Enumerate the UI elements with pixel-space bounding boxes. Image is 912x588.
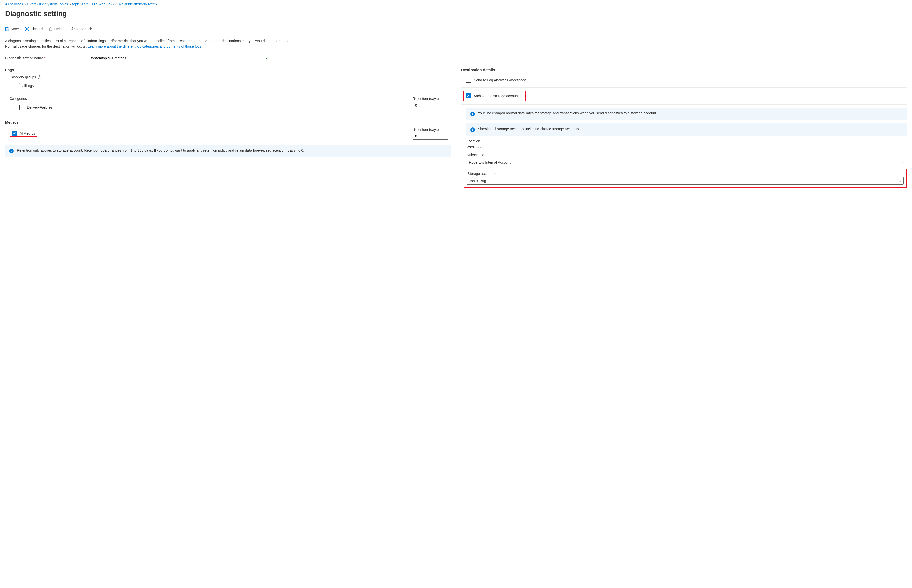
breadcrumb-event-grid[interactable]: Event Grid System Topics (27, 2, 68, 6)
more-menu-icon[interactable]: … (70, 11, 75, 16)
location-value: West US 2 (467, 145, 907, 149)
charge-info-box: i You'll be charged normal data rates fo… (466, 108, 907, 120)
log-analytics-label: Send to Log Analytics workspace (474, 78, 526, 82)
subscription-select[interactable]: Roberto's Internal Account ⌵ (466, 158, 907, 166)
metrics-retention-input[interactable] (413, 132, 449, 140)
metrics-retention-label: Retention (days) (413, 128, 449, 132)
breadcrumb-topic[interactable]: topic01stg-811a624a-8a77-437e-89de-dfeb5… (72, 2, 157, 6)
destination-section-title: Destination details (461, 68, 907, 72)
breadcrumb: All services › Event Grid System Topics … (5, 2, 907, 6)
storage-account-label: Storage account * (467, 171, 904, 176)
category-groups-label: Category groups i (10, 75, 451, 79)
save-icon (5, 27, 9, 31)
info-icon: i (9, 149, 14, 153)
chevron-right-icon: › (158, 2, 159, 6)
info-icon: i (470, 112, 475, 116)
logs-section-title: Logs (5, 68, 451, 72)
metrics-section-title: Metrics (5, 120, 451, 124)
close-icon (25, 27, 29, 31)
chevron-right-icon: › (70, 2, 71, 6)
trash-icon (49, 27, 53, 31)
chevron-down-icon: ⌵ (902, 160, 904, 164)
info-icon: i (470, 128, 475, 132)
setting-name-input[interactable]: ✓ (88, 54, 271, 62)
chevron-right-icon: › (25, 2, 26, 6)
info-icon[interactable]: i (38, 75, 41, 79)
learn-more-link[interactable]: Learn more about the different log categ… (88, 44, 201, 48)
subscription-label: Subscription (467, 153, 907, 157)
archive-storage-label: Archive to a storage account (473, 94, 518, 98)
svg-rect-1 (6, 27, 8, 29)
description-text: A diagnostic setting specifies a list of… (5, 39, 300, 49)
feedback-button[interactable]: Feedback (71, 26, 92, 32)
log-analytics-checkbox[interactable] (466, 78, 471, 83)
all-logs-checkbox[interactable] (15, 83, 20, 88)
discard-button[interactable]: Discard (25, 26, 42, 32)
logs-retention-input[interactable] (413, 102, 449, 109)
delivery-failures-checkbox[interactable] (19, 105, 24, 110)
archive-storage-checkbox[interactable] (466, 94, 471, 99)
retention-info-box: i Retention only applies to storage acco… (5, 145, 451, 157)
feedback-icon (71, 27, 75, 31)
delivery-failures-label: DeliveryFailures (27, 105, 52, 110)
all-logs-label: allLogs (23, 84, 34, 88)
toolbar: Save Discard Delete Feedback (5, 24, 907, 34)
showing-info-box: i Showing all storage accounts including… (466, 123, 907, 136)
logs-retention-label: Retention (days) (413, 97, 449, 101)
svg-rect-5 (50, 28, 52, 31)
breadcrumb-all-services[interactable]: All services (5, 2, 23, 6)
svg-rect-2 (6, 29, 8, 31)
setting-name-label: Diagnostic setting name * (5, 56, 88, 60)
chevron-down-icon: ⌵ (899, 179, 901, 183)
valid-check-icon: ✓ (265, 55, 268, 60)
page-title: Diagnostic setting … (5, 10, 907, 18)
storage-account-select[interactable]: topic01stg ⌵ (467, 177, 904, 185)
delete-button: Delete (49, 26, 65, 32)
save-button[interactable]: Save (5, 26, 19, 32)
all-metrics-label: AllMetrics (19, 131, 35, 136)
categories-label: Categories (10, 97, 413, 101)
all-metrics-checkbox[interactable] (12, 131, 17, 136)
location-label: Location (467, 139, 907, 143)
svg-point-8 (71, 28, 73, 29)
